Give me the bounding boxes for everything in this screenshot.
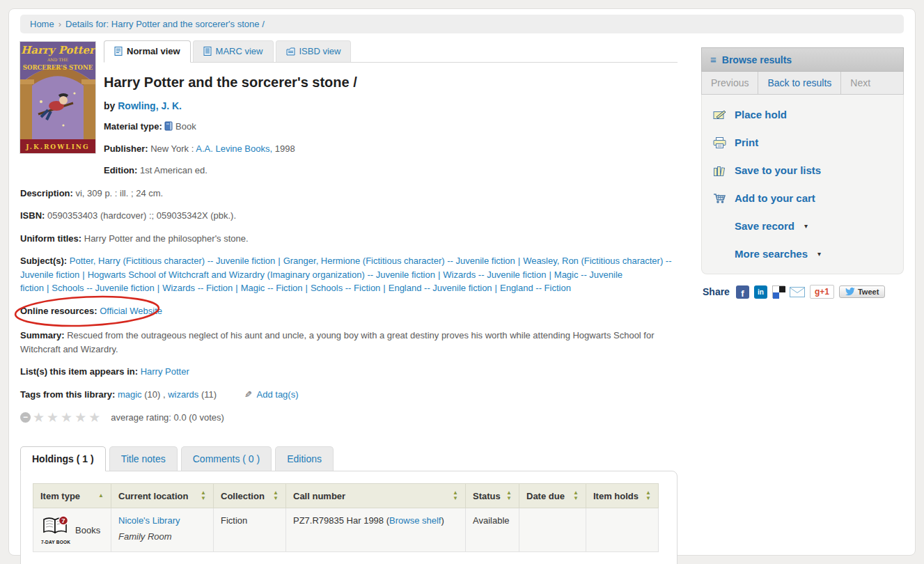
cell-call-number: PZ7.R79835 Har 1998 (Browse shelf): [286, 508, 466, 552]
holdings-section: Holdings ( 1 ) Title notes Comments ( 0 …: [20, 446, 678, 564]
add-to-cart-link[interactable]: Add to your cart: [713, 192, 892, 204]
holdings-tabs: Holdings ( 1 ) Title notes Comments ( 0 …: [20, 446, 678, 471]
share-label: Share: [703, 286, 730, 297]
holdings-table: Item type▲ Current location▲▼ Collection…: [33, 483, 659, 552]
uniform-titles-field: Uniform titles: Harry Potter and the phi…: [20, 232, 678, 246]
google-plus-one-button[interactable]: g+1: [810, 285, 834, 299]
star-icon[interactable]: ★: [88, 412, 100, 423]
column-header-collection[interactable]: Collection▲▼: [214, 484, 286, 508]
subject-link[interactable]: Hogwarts School of Witchcraft and Wizard…: [88, 269, 435, 280]
table-row: 7 7-DAY BOOK Books Nicole's Library Fami…: [33, 508, 659, 552]
svg-text:7: 7: [61, 517, 65, 524]
shelving-location: Family Room: [118, 531, 206, 542]
browse-shelf-link[interactable]: Browse shelf: [389, 515, 441, 526]
delicious-share-button[interactable]: [772, 285, 785, 298]
subject-link[interactable]: Schools -- Juvenile fiction: [52, 283, 154, 293]
isbd-view-icon: [286, 47, 295, 56]
tab-editions[interactable]: Editions: [275, 446, 334, 471]
twitter-bird-icon: [845, 288, 855, 296]
breadcrumb-current-link[interactable]: Details for: Harry Potter and the sorcer…: [65, 19, 265, 29]
marc-view-icon: [203, 47, 212, 56]
subject-link[interactable]: Wizards -- Fiction: [162, 283, 233, 293]
tab-isbd-view[interactable]: ISBD view: [276, 40, 352, 62]
email-share-button[interactable]: [790, 287, 805, 297]
tag-link[interactable]: wizards: [168, 389, 198, 400]
star-icon[interactable]: ★: [61, 412, 72, 423]
books-icon: [713, 165, 726, 176]
cell-date-due: [519, 508, 586, 552]
pencil-icon: ✎: [244, 388, 252, 402]
tab-holdings[interactable]: Holdings ( 1 ): [20, 446, 106, 471]
cart-icon: [713, 193, 726, 204]
linkedin-share-button[interactable]: in: [754, 285, 767, 299]
cell-current-location: Nicole's Library Family Room: [111, 508, 214, 552]
author-link[interactable]: Rowling, J. K.: [118, 100, 182, 111]
facebook-share-button[interactable]: f: [736, 285, 749, 299]
tab-comments[interactable]: Comments ( 0 ): [181, 446, 272, 471]
subject-link[interactable]: Magic -- Fiction: [241, 283, 303, 293]
cancel-rating-icon[interactable]: −: [20, 412, 31, 423]
svg-text:Harry Potter: Harry Potter: [21, 44, 95, 56]
column-header-current-location[interactable]: Current location▲▼: [111, 484, 214, 508]
cell-item-holds: [586, 508, 659, 552]
book-cover-image[interactable]: Harry Potter AND THE SORCERER'S STONE J.…: [20, 42, 95, 153]
author-line: by Rowling, J. K.: [104, 100, 678, 111]
star-icon[interactable]: ★: [47, 412, 58, 423]
tab-marc-view-label: MARC view: [216, 46, 263, 56]
tab-normal-view-label: Normal view: [127, 46, 180, 56]
sort-both-icon: ▲▼: [573, 490, 579, 501]
svg-text:SORCERER'S STONE: SORCERER'S STONE: [23, 64, 93, 71]
subject-link[interactable]: Granger, Hermione (Fictitious character)…: [283, 256, 515, 266]
subject-link[interactable]: Wizards -- Juvenile fiction: [443, 269, 546, 280]
svg-text:J.K.ROWLING: J.K.ROWLING: [25, 143, 90, 150]
star-icon[interactable]: ★: [75, 412, 86, 423]
cell-status: Available: [466, 508, 519, 552]
next-button[interactable]: Next: [841, 72, 879, 94]
star-icon[interactable]: ★: [33, 412, 45, 423]
publisher-link[interactable]: A.A. Levine Books,: [196, 143, 272, 154]
sort-both-icon: ▲▼: [453, 490, 458, 501]
edition-field: Edition: 1st American ed.: [104, 164, 678, 178]
library-link[interactable]: Nicole's Library: [118, 515, 180, 526]
place-hold-link[interactable]: Place hold: [713, 109, 892, 120]
column-header-item-holds[interactable]: Item holds▲▼: [586, 484, 659, 508]
more-searches-dropdown[interactable]: More searches ▾: [713, 248, 892, 260]
tab-normal-view[interactable]: Normal view: [104, 40, 191, 63]
sort-both-icon: ▲▼: [201, 490, 206, 501]
subject-link[interactable]: Potter, Harry (Fictitious character) -- …: [70, 256, 275, 266]
lists-field: List(s) this item appears in: Harry Pott…: [20, 365, 678, 379]
save-to-lists-link[interactable]: Save to your lists: [713, 164, 892, 176]
back-to-results-link[interactable]: Back to results: [758, 72, 841, 94]
envelope-icon: [790, 287, 805, 297]
previous-button[interactable]: Previous: [702, 72, 758, 94]
official-website-link[interactable]: Official Website: [100, 306, 162, 316]
browse-results-header[interactable]: ≡ Browse results: [701, 47, 904, 72]
tab-marc-view[interactable]: MARC view: [193, 40, 274, 62]
column-header-status[interactable]: Status▲▼: [466, 484, 519, 508]
tag-link[interactable]: magic: [118, 389, 142, 400]
list-harry-potter-link[interactable]: Harry Potter: [141, 366, 189, 377]
page-title: Harry Potter and the sorcerer's stone /: [104, 75, 678, 91]
column-header-call-number[interactable]: Call number▲▼: [286, 484, 466, 508]
breadcrumb-separator-icon: ›: [58, 19, 61, 29]
subject-link[interactable]: England -- Juvenile fiction: [389, 283, 492, 293]
isbn-field: ISBN: 0590353403 (hardcover) :; 05903534…: [20, 209, 678, 223]
sort-both-icon: ▲▼: [506, 490, 512, 501]
tab-isbd-view-label: ISBD view: [299, 46, 341, 56]
column-header-item-type[interactable]: Item type▲: [33, 484, 111, 508]
tab-title-notes[interactable]: Title notes: [109, 446, 178, 471]
subject-link[interactable]: England -- Fiction: [500, 283, 571, 293]
cell-item-type: 7 7-DAY BOOK Books: [33, 508, 111, 552]
column-header-date-due[interactable]: Date due▲▼: [519, 484, 586, 508]
add-tags-link[interactable]: ✎ Add tag(s): [244, 389, 299, 400]
tweet-button[interactable]: Tweet: [839, 285, 885, 298]
subject-link[interactable]: Schools -- Fiction: [311, 283, 380, 293]
save-record-dropdown[interactable]: Save record ▾: [713, 220, 892, 232]
material-type-field: Material type: Book: [104, 120, 678, 134]
svg-text:AND THE: AND THE: [47, 57, 68, 62]
print-link[interactable]: Print: [713, 136, 892, 148]
by-label: by: [104, 100, 115, 111]
breadcrumb-home-link[interactable]: Home: [30, 19, 54, 29]
cell-collection: Fiction: [214, 508, 286, 552]
book-material-icon: [164, 121, 173, 131]
